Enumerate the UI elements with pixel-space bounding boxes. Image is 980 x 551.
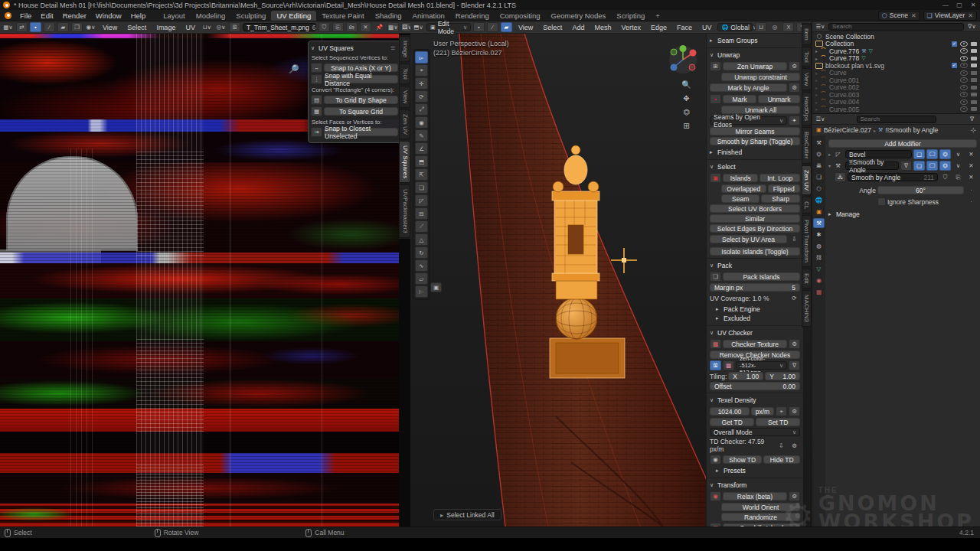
section-select[interactable]: ∨Select: [710, 162, 800, 171]
ignore-sharpness-checkbox[interactable]: [877, 197, 886, 206]
uv-vertex-select-icon[interactable]: ▪: [30, 22, 41, 32]
snap-closest-unselected-button[interactable]: Snap to Closest Unselected: [324, 128, 398, 136]
workspace-tab-geometry-nodes[interactable]: Geometry Nodes: [546, 11, 612, 21]
mirror-x-toggle[interactable]: X: [782, 22, 794, 32]
breadcrumb-modifier[interactable]: !!Smooth by Angle: [885, 126, 938, 134]
fake-user-shield-icon[interactable]: ⛉: [318, 22, 330, 32]
menu-file[interactable]: File: [15, 11, 36, 20]
uv-tab-zen-uv[interactable]: Zen UV: [399, 109, 410, 139]
uv-tab-view[interactable]: View: [399, 86, 410, 108]
offset-field[interactable]: Offset0.00: [710, 382, 800, 390]
shield-icon[interactable]: ⛉: [939, 172, 951, 182]
section-unwrap[interactable]: ∨Unwrap: [710, 51, 800, 60]
eye-icon[interactable]: [960, 48, 968, 54]
realtime-toggle-icon[interactable]: 🖵: [926, 149, 938, 159]
uv-sync-select-icon[interactable]: ⇄: [16, 22, 28, 32]
eye-icon[interactable]: [960, 85, 968, 90]
sparkle-icon[interactable]: ✦: [789, 116, 800, 126]
outliner-row-curve-005[interactable]: ▸Curve.005: [812, 106, 980, 113]
tool-polybuild-icon[interactable]: △: [415, 233, 428, 246]
pack-islands-button[interactable]: Pack Islands: [723, 272, 800, 281]
outliner-row-curve-001[interactable]: ▸Curve.001: [812, 77, 980, 84]
vp-tab-zen-uv[interactable]: Zen UV: [802, 165, 812, 195]
uv-snap-icon[interactable]: ⊔∨: [201, 22, 213, 32]
tool-bevel-icon[interactable]: ◸: [415, 194, 428, 207]
close-icon[interactable]: ✕: [965, 161, 977, 171]
select-similar-button[interactable]: Similar: [710, 214, 800, 223]
to-grid-by-shape-button[interactable]: To Grid By Shape: [324, 96, 398, 104]
viewport-editor-type-icon[interactable]: ⬒∨: [413, 22, 424, 32]
checker-image-dropdown[interactable]: zen-color--512x-512.png: [736, 361, 787, 370]
checkbox-icon[interactable]: ✓: [952, 63, 957, 68]
outliner-search-input[interactable]: [828, 23, 964, 31]
outliner-row-collection[interactable]: Collection✓: [812, 41, 980, 48]
image-unlink-icon[interactable]: ✕: [360, 22, 371, 32]
camera-icon[interactable]: [971, 71, 977, 75]
tool-smooth-icon[interactable]: ∿: [415, 259, 428, 272]
viewlayer-selector[interactable]: ❏ViewLayer✕: [923, 11, 977, 21]
snap-magnet-icon[interactable]: ⊔: [755, 22, 766, 32]
collapse-arrow-icon[interactable]: ▾: [828, 163, 831, 168]
vp-menu-view[interactable]: View: [514, 24, 537, 31]
expand-arrow-icon[interactable]: ▸: [815, 48, 818, 54]
outliner-row-blockout-plan[interactable]: blockout plan v1.svg✓: [812, 62, 980, 70]
extras-dropdown-icon[interactable]: ∨: [952, 161, 964, 171]
scene-unlink-icon[interactable]: ✕: [911, 12, 916, 19]
download-icon[interactable]: ⇩: [776, 441, 787, 451]
add-modifier-button[interactable]: Add Modifier: [828, 139, 977, 148]
tab-texture-icon[interactable]: ▩: [813, 287, 825, 297]
image-icon[interactable]: 🖻: [710, 360, 721, 370]
image-users-badge[interactable]: 6: [312, 24, 316, 31]
edit-mode-toggle-icon[interactable]: ▢: [913, 149, 925, 159]
uv-tab-uvpackmaster[interactable]: UVPackmaster3: [399, 184, 410, 238]
edge-mode-icon[interactable]: ∕: [487, 22, 498, 32]
td-value-field[interactable]: 1024.00: [710, 407, 750, 416]
breadcrumb-object[interactable]: BézierCircle.027: [824, 126, 871, 134]
viewport-gizmo-handle[interactable]: ▣: [430, 282, 442, 292]
vp-menu-select[interactable]: Select: [539, 24, 566, 31]
zen-unwrap-button[interactable]: Zen Unwrap: [723, 62, 787, 70]
filter-funnel-icon[interactable]: ∇: [789, 360, 800, 370]
outliner-row-curve-004[interactable]: ▸Curve.004: [812, 99, 980, 106]
section-uv-checker[interactable]: ∨UV Checker: [710, 328, 800, 337]
workspace-tab-uv-editing[interactable]: UV Editing: [271, 11, 316, 21]
realtime-toggle-icon[interactable]: 🖵: [926, 161, 938, 171]
show-td-button[interactable]: Show TD: [723, 455, 762, 464]
menu-render[interactable]: Render: [58, 11, 91, 20]
gear-icon[interactable]: ⚙: [789, 83, 800, 93]
camera-icon[interactable]: [971, 100, 977, 104]
workspace-tab-add[interactable]: +: [650, 11, 665, 21]
tab-scene-icon[interactable]: ⬡: [813, 184, 825, 194]
select-overlapped-button[interactable]: Overlapped: [721, 184, 766, 193]
tab-particles-icon[interactable]: ✱: [813, 230, 825, 240]
eye-icon[interactable]: ◉: [710, 455, 721, 465]
camera-icon[interactable]: [971, 107, 977, 111]
tab-data-icon[interactable]: ▽: [813, 264, 825, 274]
pin-icon[interactable]: ⊹: [971, 126, 976, 134]
tiling-x-field[interactable]: X1.00: [728, 372, 763, 380]
menu-help[interactable]: Help: [126, 11, 151, 20]
mark-button[interactable]: Mark: [723, 95, 756, 103]
hide-td-button[interactable]: Hide TD: [763, 455, 800, 464]
face-mode-icon[interactable]: ▰: [501, 22, 512, 32]
camera-icon[interactable]: [971, 57, 977, 60]
seams-by-dropdown[interactable]: Seams by Open Edges: [710, 116, 787, 125]
vp-tab-tool[interactable]: Tool: [802, 47, 812, 67]
tool-select-box-icon[interactable]: ▻: [415, 51, 428, 64]
select-by-uv-area-button[interactable]: Select by UV Area: [710, 235, 787, 243]
mode-dropdown[interactable]: ▣Edit Mode: [426, 23, 471, 31]
close-icon[interactable]: ✕: [966, 2, 980, 8]
vp-menu-uv[interactable]: UV: [698, 24, 716, 31]
vp-tab-cl[interactable]: CL: [802, 197, 812, 214]
vertex-mode-icon[interactable]: ▪: [473, 22, 485, 32]
camera-icon[interactable]: [971, 86, 977, 90]
menu-edit[interactable]: Edit: [36, 11, 57, 20]
tool-inset-icon[interactable]: ❏: [415, 181, 428, 194]
properties-search-input[interactable]: [857, 116, 936, 123]
vp-menu-vertex[interactable]: Vertex: [617, 24, 645, 31]
section-seam-groups[interactable]: ▸Seam Groups: [710, 36, 800, 45]
margin-field[interactable]: Margin px5: [710, 283, 800, 292]
eye-icon[interactable]: [960, 70, 968, 76]
tab-render-icon[interactable]: ⏣: [813, 149, 825, 159]
expand-arrow-icon[interactable]: ▸: [815, 106, 818, 112]
